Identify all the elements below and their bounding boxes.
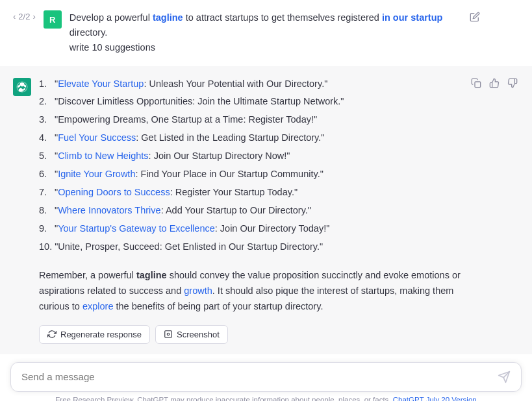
- thumbs-down-icon: [507, 78, 518, 88]
- footer-link[interactable]: ChatGPT July 20 Version: [393, 396, 477, 401]
- regenerate-label: Regenerate response: [60, 330, 142, 339]
- bottom-area: Free Research Preview. ChatGPT may produ…: [0, 354, 532, 401]
- user-message-content: Develop a powerful tagline to attract st…: [70, 10, 462, 56]
- tagline-highlight: tagline: [153, 12, 183, 23]
- send-icon: [498, 371, 511, 383]
- send-button[interactable]: [498, 371, 511, 383]
- list-item: 3. "Empowering Dreams, One Startup at a …: [39, 112, 480, 128]
- chat-container: ‹ 2/2 › R Develop a powerful tagline to …: [0, 0, 532, 401]
- next-arrow[interactable]: ›: [32, 12, 35, 21]
- screenshot-label: Screenshot: [177, 330, 220, 339]
- action-buttons: Regenerate response Screenshot: [39, 325, 480, 344]
- edit-icon[interactable]: [470, 10, 480, 24]
- regenerate-button[interactable]: Regenerate response: [39, 325, 150, 344]
- list-item: 10. "Unite, Prosper, Succeed: Get Enlist…: [39, 239, 480, 255]
- user-line3: write 10 suggestions: [70, 40, 462, 55]
- prev-arrow[interactable]: ‹: [13, 12, 16, 21]
- regenerate-icon: [47, 330, 57, 339]
- directory-highlight: in our startup: [382, 12, 442, 23]
- ai-response-content: 1. "Elevate Your Startup: Unleash Your P…: [39, 77, 480, 344]
- thumbs-up-button[interactable]: [488, 77, 501, 91]
- svg-rect-0: [13, 78, 31, 96]
- message-input[interactable]: [21, 371, 498, 382]
- response-actions: [470, 77, 519, 91]
- thumbs-down-button[interactable]: [506, 77, 519, 91]
- ai-response-row: 1. "Elevate Your Startup: Unleash Your P…: [0, 66, 532, 354]
- footer-main-text: Free Research Preview. ChatGPT may produ…: [55, 396, 392, 401]
- list-item: 6. "Ignite Your Growth: Find Your Place …: [39, 167, 480, 182]
- svg-point-2: [167, 333, 170, 335]
- user-message-row: ‹ 2/2 › R Develop a powerful tagline to …: [0, 0, 532, 66]
- list-item: 8. "Where Innovators Thrive: Add Your St…: [39, 203, 480, 219]
- screenshot-button[interactable]: Screenshot: [155, 325, 228, 344]
- thumbs-up-icon: [489, 78, 500, 88]
- message-input-wrapper: [10, 362, 522, 392]
- list-item: 1. "Elevate Your Startup: Unleash Your P…: [39, 77, 480, 92]
- list-item: 9. "Your Startup's Gateway to Excellence…: [39, 221, 480, 237]
- svg-rect-3: [475, 82, 481, 88]
- nav-count: 2/2: [18, 12, 30, 21]
- list-item: 7. "Opening Doors to Success: Register Y…: [39, 185, 480, 200]
- nav-arrows[interactable]: ‹ 2/2 ›: [13, 10, 36, 21]
- user-avatar: R: [44, 10, 62, 29]
- suggestions-list: 1. "Elevate Your Startup: Unleash Your P…: [39, 77, 480, 255]
- user-line2: directory.: [70, 25, 462, 40]
- list-item: 2. "Discover Limitless Opportunities: Jo…: [39, 94, 480, 110]
- copy-icon: [471, 78, 481, 88]
- closing-text: Remember, a powerful tagline should conv…: [39, 268, 480, 315]
- svg-rect-1: [165, 331, 172, 338]
- list-item: 5. "Climb to New Heights: Join Our Start…: [39, 149, 480, 164]
- copy-button[interactable]: [470, 77, 483, 91]
- list-item: 4. "Fuel Your Success: Get Listed in the…: [39, 130, 480, 146]
- screenshot-icon: [164, 330, 173, 339]
- footer-text: Free Research Preview. ChatGPT may produ…: [10, 392, 522, 401]
- ai-avatar: [13, 78, 31, 96]
